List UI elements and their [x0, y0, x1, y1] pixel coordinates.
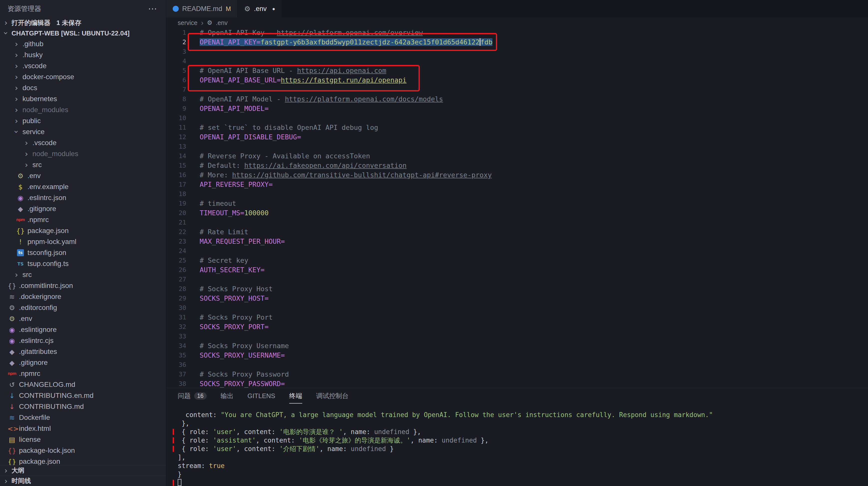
tree-folder-.husky[interactable]: ›.husky: [0, 50, 166, 60]
terminal-cursor: [178, 479, 181, 486]
code-line[interactable]: 2OPENAI_API_KEY=fastgpt-y6b3axfbdd5wyp01…: [166, 37, 868, 47]
code-line[interactable]: 25# Secret key: [166, 256, 868, 265]
tree-file-.editorconfig[interactable]: ⚙.editorconfig: [0, 302, 166, 313]
panel-tab-调试控制台[interactable]: 调试控制台: [316, 388, 349, 404]
terminal-text: '介绍下剧情': [279, 445, 319, 453]
code-line[interactable]: 34# Socks Proxy Username: [166, 341, 868, 351]
code-line[interactable]: 24: [166, 246, 868, 256]
tree-folder-.vscode[interactable]: ›.vscode: [0, 137, 166, 148]
tree-file-license[interactable]: ▤license: [0, 434, 166, 445]
tree-folder-public[interactable]: ›public: [0, 115, 166, 126]
code-line[interactable]: 20TIMEOUT_MS=100000: [166, 208, 868, 218]
tree-file-.gitattributes[interactable]: ◆.gitattributes: [0, 346, 166, 357]
code-line[interactable]: 3: [166, 47, 868, 56]
code-line[interactable]: 28# Socks Proxy Host: [166, 284, 868, 294]
editor[interactable]: 1# OpenAI API Key - https://platform.ope…: [166, 28, 868, 388]
code-line[interactable]: 7: [166, 85, 868, 94]
code-line[interactable]: 26AUTH_SECRET_KEY=: [166, 265, 868, 275]
tree-file-.commitlintrc.json[interactable]: {}.commitlintrc.json: [0, 280, 166, 291]
workspace-section[interactable]: › CHATGPT-WEB [WSL: UBUNTU-22.04]: [0, 28, 166, 38]
tree-file-.eslintrc.json[interactable]: ◉.eslintrc.json: [0, 192, 166, 203]
tree-file-.dockerignore[interactable]: ≋.dockerignore: [0, 291, 166, 302]
tree-folder-src[interactable]: ›src: [0, 269, 166, 280]
terminal-text: },: [477, 436, 489, 444]
panel-tab-终端[interactable]: 终端: [289, 388, 302, 404]
tree-folder-kubernetes[interactable]: ›kubernetes: [0, 93, 166, 105]
tree-file-Dockerfile[interactable]: ≋Dockerfile: [0, 412, 166, 423]
tree-file-package.json[interactable]: {}package.json: [0, 225, 166, 236]
code-line[interactable]: 30: [166, 303, 868, 313]
code-line[interactable]: 4: [166, 56, 868, 66]
tree-file-.env.example[interactable]: $.env.example: [0, 181, 166, 192]
tree-file-package-lock.json[interactable]: {}package-lock.json: [0, 445, 166, 456]
code-line[interactable]: 32SOCKS_PROXY_PORT=: [166, 322, 868, 332]
code-line[interactable]: 13: [166, 142, 868, 151]
tree-folder-node_modules[interactable]: ›node_modules: [0, 148, 166, 159]
code-line[interactable]: 19# timeout: [166, 199, 868, 208]
tree-file-tsconfig.json[interactable]: tstsconfig.json: [0, 247, 166, 258]
code-line[interactable]: 22# Rate Limit: [166, 227, 868, 237]
tree-folder-docs[interactable]: ›docs: [0, 82, 166, 93]
panel-tab-GITLENS[interactable]: GITLENS: [248, 388, 275, 404]
code-line[interactable]: 37# Socks Proxy Password: [166, 370, 868, 379]
terminal-text: ],: [178, 454, 185, 461]
breadcrumb-item-env[interactable]: .env: [216, 19, 227, 26]
code-line[interactable]: 18: [166, 189, 868, 199]
tab-README.md[interactable]: README.mdM: [166, 0, 238, 18]
outline-section[interactable]: › 大纲: [0, 465, 166, 476]
panel-tab-问题[interactable]: 问题16: [178, 388, 207, 404]
code-line[interactable]: 15# Default: https://ai.fakeopen.com/api…: [166, 161, 868, 170]
tree-file-.gitignore[interactable]: ◆.gitignore: [0, 203, 166, 214]
eslint-icon: ◉: [7, 326, 17, 334]
code-line[interactable]: 23MAX_REQUEST_PER_HOUR=: [166, 237, 868, 246]
code-line[interactable]: 17API_REVERSE_PROXY=: [166, 180, 868, 189]
code-line[interactable]: 9OPENAI_API_MODEL=: [166, 104, 868, 113]
more-actions-icon[interactable]: ⋯: [148, 3, 157, 14]
tree-file-pnpm-lock.yaml[interactable]: !pnpm-lock.yaml: [0, 236, 166, 247]
json-braces-icon: {}: [16, 227, 25, 235]
tree-file-.eslintignore[interactable]: ◉.eslintignore: [0, 324, 166, 335]
code-line[interactable]: 27: [166, 275, 868, 284]
code-line[interactable]: 5# OpenAI API Base URL - https://api.ope…: [166, 66, 868, 76]
code-line[interactable]: 21: [166, 218, 868, 227]
code-line[interactable]: 14# Reverse Proxy - Available on accessT…: [166, 151, 868, 161]
tree-file-CONTRIBUTING.md[interactable]: ↓CONTRIBUTING.md: [0, 401, 166, 412]
code-line[interactable]: 31# Socks Proxy Port: [166, 313, 868, 322]
code-line[interactable]: 29SOCKS_PROXY_HOST=: [166, 294, 868, 303]
code-line[interactable]: 38SOCKS_PROXY_PASSWORD=: [166, 379, 868, 388]
code-line[interactable]: 33: [166, 332, 868, 341]
tree-folder-.vscode[interactable]: ›.vscode: [0, 60, 166, 72]
tab-.env[interactable]: ⚙.env●: [238, 0, 282, 18]
code-line[interactable]: 1# OpenAI API Key - https://platform.ope…: [166, 28, 868, 37]
tree-file-.npmrc[interactable]: npm.npmrc: [0, 368, 166, 379]
code-line[interactable]: 12OPENAI_API_DISABLE_DEBUG=: [166, 132, 868, 142]
tree-folder-service[interactable]: ›service: [0, 126, 166, 137]
code-line[interactable]: 10: [166, 113, 868, 123]
tree-file-tsup.config.ts[interactable]: TStsup.config.ts: [0, 258, 166, 269]
open-editors-section[interactable]: › 打开的编辑器 1 未保存: [0, 18, 166, 28]
code-line[interactable]: 16# More: https://github.com/transitive-…: [166, 170, 868, 180]
tree-file-.env[interactable]: ⚙.env: [0, 313, 166, 324]
code-line[interactable]: 8# OpenAI API Model - https://platform.o…: [166, 94, 868, 104]
breadcrumb-item-service[interactable]: service: [178, 19, 197, 26]
tree-file-CHANGELOG.md[interactable]: ↺CHANGELOG.md: [0, 379, 166, 390]
code-text: MAX_REQUEST_PER_HOUR=: [200, 237, 285, 246]
code-line[interactable]: 11# set `true` to disable OpenAI API deb…: [166, 123, 868, 132]
panel-tab-输出[interactable]: 输出: [221, 388, 234, 404]
code-line[interactable]: 6OPENAI_API_BASE_URL=https://fastgpt.run…: [166, 76, 868, 85]
tree-file-.eslintrc.cjs[interactable]: ◉.eslintrc.cjs: [0, 335, 166, 346]
tree-file-index.html[interactable]: <>index.html: [0, 423, 166, 434]
terminal-output[interactable]: content: "You are ChatGPT, a large langu…: [166, 404, 868, 486]
tree-folder-node_modules[interactable]: ›node_modules: [0, 105, 166, 115]
code-line[interactable]: 36: [166, 360, 868, 370]
tree-folder-.github[interactable]: ›.github: [0, 38, 166, 50]
tree-file-CONTRIBUTING.en.md[interactable]: ↓CONTRIBUTING.en.md: [0, 390, 166, 401]
selection-highlight: OPENAI_API_KEY=fastgpt-y6b3axfbdd5wyp011…: [200, 38, 492, 46]
timeline-section[interactable]: › 时间线: [0, 476, 166, 486]
tree-file-.npmrc[interactable]: npm.npmrc: [0, 214, 166, 225]
tree-folder-src[interactable]: ›src: [0, 159, 166, 170]
tree-folder-docker-compose[interactable]: ›docker-compose: [0, 72, 166, 82]
tree-file-.gitignore[interactable]: ◆.gitignore: [0, 357, 166, 368]
tree-file-.env[interactable]: ⚙.env: [0, 170, 166, 181]
code-line[interactable]: 35SOCKS_PROXY_USERNAME=: [166, 351, 868, 360]
